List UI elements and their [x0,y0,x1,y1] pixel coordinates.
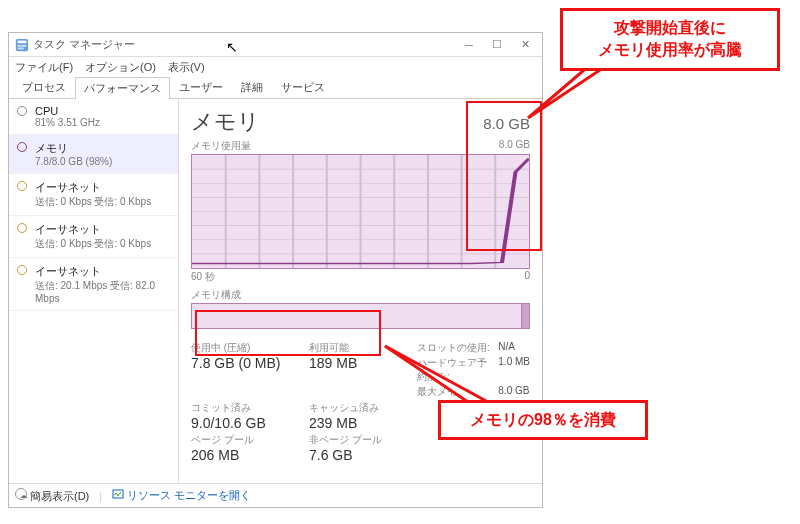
ethernet-icon [17,181,27,191]
sidebar: CPU 81% 3.51 GHz メモリ 7.8/8.0 GB (98%) イー… [9,99,179,483]
footer: 簡易表示(D) | リソース モニターを開く [9,483,542,507]
callout-attack-start: 攻撃開始直後に メモリ使用率が高騰 [560,8,780,71]
composition-label: メモリ構成 [191,288,530,302]
usage-max: 8.0 GB [499,139,530,153]
memory-title: メモリ [191,107,260,137]
value-committed: 9.0/10.6 GB [191,415,291,431]
open-resource-monitor-link[interactable]: リソース モニターを開く [112,488,251,503]
app-icon [15,38,29,52]
label-nonpaged: 非ページ プール [309,433,399,447]
chevron-up-icon [15,488,27,500]
monitor-icon [112,489,124,501]
tabbar: プロセス パフォーマンス ユーザー 詳細 サービス [9,77,542,99]
label-in-use: 使用中 (圧縮) [191,341,291,355]
simple-view-toggle[interactable]: 簡易表示(D) [15,488,89,504]
tab-processes[interactable]: プロセス [13,76,75,98]
callout-98percent: メモリの98％を消費 [438,400,648,440]
value-paged: 206 MB [191,447,291,463]
memory-icon [17,142,27,152]
window-title: タスク マネージャー [33,37,462,52]
tab-performance[interactable]: パフォーマンス [75,77,170,99]
label-paged: ページ プール [191,433,291,447]
sidebar-item-ethernet-1[interactable]: イーサネット 送信: 0 Kbps 受信: 0 Kbps [9,174,178,216]
memory-usage-chart[interactable] [191,154,530,269]
value-slots: N/A [498,341,530,355]
sidebar-item-ethernet-2[interactable]: イーサネット 送信: 0 Kbps 受信: 0 Kbps [9,216,178,258]
tab-services[interactable]: サービス [272,76,334,98]
sidebar-item-cpu[interactable]: CPU 81% 3.51 GHz [9,99,178,135]
maximize-button[interactable]: ☐ [490,38,504,52]
svg-rect-6 [18,47,24,49]
tab-details[interactable]: 詳細 [232,76,272,98]
memory-composition-bar[interactable] [191,303,530,329]
ethernet-icon [17,265,27,275]
sidebar-item-memory[interactable]: メモリ 7.8/8.0 GB (98%) [9,135,178,174]
menu-view[interactable]: 表示(V) [168,60,205,75]
value-max-memory: 8.0 GB [498,385,530,399]
menu-options[interactable]: オプション(O) [85,60,156,75]
axis-right: 0 [524,270,530,284]
value-hw-reserved: 1.0 MB [498,356,530,384]
titlebar: タスク マネージャー ─ ☐ ✕ [9,33,542,57]
menubar: ファイル(F) オプション(O) 表示(V) [9,57,542,77]
ethernet-icon [17,223,27,233]
sidebar-item-ethernet-3[interactable]: イーサネット 送信: 20.1 Mbps 受信: 82.0 Mbps [9,258,178,311]
tab-users[interactable]: ユーザー [170,76,232,98]
menu-file[interactable]: ファイル(F) [15,60,73,75]
minimize-button[interactable]: ─ [462,38,476,52]
svg-rect-4 [18,40,27,43]
svg-rect-5 [18,45,27,47]
close-button[interactable]: ✕ [518,38,532,52]
value-in-use: 7.8 GB (0 MB) [191,355,291,371]
axis-left: 60 秒 [191,270,215,284]
value-nonpaged: 7.6 GB [309,447,399,463]
label-committed: コミット済み [191,401,291,415]
cpu-icon [17,106,27,116]
usage-label: メモリ使用量 [191,139,251,153]
